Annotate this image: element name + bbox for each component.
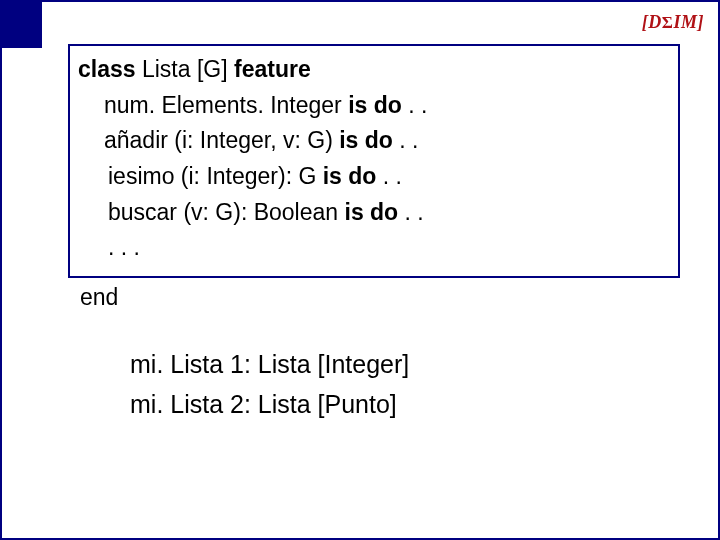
declaration-1: mi. Lista 1: Lista [Integer] (130, 344, 409, 384)
code-text: . . (393, 127, 419, 153)
logo-right: IM] (673, 12, 704, 32)
code-text: buscar (v: G): Boolean (108, 199, 345, 225)
kw-feature: feature (234, 56, 311, 82)
code-box: class Lista [G] feature num. Elements. I… (68, 44, 680, 278)
code-text: . . (402, 92, 428, 118)
code-line-6: . . . (78, 230, 670, 266)
code-text: . . (376, 163, 402, 189)
declarations: mi. Lista 1: Lista [Integer] mi. Lista 2… (130, 344, 409, 424)
kw-is-do: is do (348, 92, 402, 118)
code-line-5: buscar (v: G): Boolean is do . . (78, 195, 670, 231)
code-text: añadir (i: Integer, v: G) (104, 127, 339, 153)
code-text: num. Elements. Integer (104, 92, 348, 118)
slide: [DΣIM] class Lista [G] feature num. Elem… (0, 0, 720, 540)
code-line-4: iesimo (i: Integer): G is do . . (78, 159, 670, 195)
kw-is-do: is do (339, 127, 393, 153)
kw-is-do: is do (323, 163, 377, 189)
kw-class: class (78, 56, 142, 82)
kw-is-do: is do (345, 199, 399, 225)
logo-left: [D (642, 12, 662, 32)
logo: [DΣIM] (642, 12, 704, 33)
code-text: Lista [G] (142, 56, 234, 82)
declaration-2: mi. Lista 2: Lista [Punto] (130, 384, 409, 424)
code-end: end (80, 284, 118, 311)
sigma-icon: Σ (662, 13, 674, 32)
code-line-2: num. Elements. Integer is do . . (78, 88, 670, 124)
left-accent-bar (2, 2, 42, 48)
code-line-1: class Lista [G] feature (78, 52, 670, 88)
code-text: iesimo (i: Integer): G (108, 163, 323, 189)
code-text: . . (398, 199, 424, 225)
code-line-3: añadir (i: Integer, v: G) is do . . (78, 123, 670, 159)
